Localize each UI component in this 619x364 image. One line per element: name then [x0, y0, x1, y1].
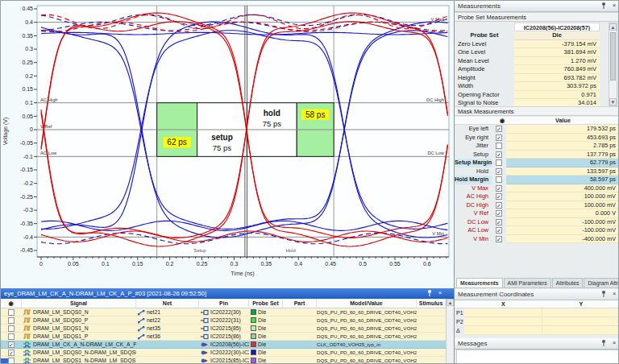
mask-measurement-checkbox[interactable]	[496, 159, 502, 166]
row-checkbox[interactable]	[8, 317, 15, 324]
scroll-down-icon[interactable]: ▼	[609, 98, 617, 105]
probe-color-swatch[interactable]	[251, 325, 256, 331]
signal-table-row[interactable]: DRAM_LM_CK_A_N-DRAM_LM_CK_A_PIC20208(56)…	[1, 341, 446, 349]
svg-text:0.4: 0.4	[25, 19, 33, 25]
row-checkbox[interactable]	[8, 333, 15, 340]
row-checkbox[interactable]	[8, 309, 15, 316]
signal-waveform-icon	[23, 341, 31, 348]
mask-value-column-header: Value	[506, 117, 619, 124]
close-icon[interactable]: ×	[436, 289, 444, 297]
signal-table-panel: eye_DRAM_LM_CK_A_N-DRAM_LM_CK_A_P_#03 [2…	[1, 288, 454, 364]
probe-set-name: Die	[258, 325, 266, 332]
probe-color-swatch[interactable]	[251, 309, 256, 315]
mask-measurement-checkbox[interactable]	[496, 134, 502, 141]
mask-measurement-checkbox[interactable]	[496, 168, 502, 175]
mask-measurement-checkbox[interactable]	[496, 143, 502, 149]
mask-measurement-value: 62.779 ps	[506, 159, 619, 168]
signal-table-titlebar[interactable]: eye_DRAM_LM_CK_A_N-DRAM_LM_CK_A_P_#03 [2…	[1, 288, 454, 299]
row-checkbox[interactable]	[8, 350, 15, 356]
pin-icon[interactable]	[426, 289, 434, 297]
signal-waveform-icon	[23, 317, 31, 324]
probe-color-swatch[interactable]	[251, 317, 256, 323]
row-checkbox[interactable]	[8, 358, 15, 364]
close-icon[interactable]: ×	[610, 290, 618, 298]
mask-measurement-row[interactable]: Eye left179.532 ps	[455, 125, 619, 134]
tab-diagram-attributes[interactable]: Diagram Attributes	[584, 278, 619, 287]
close-icon[interactable]: ×	[610, 2, 618, 10]
column-header-net[interactable]: Net	[136, 299, 199, 308]
column-header-signal[interactable]: Signal	[22, 299, 136, 308]
mask-measurement-row[interactable]: Hold Margin58.597 ps	[455, 176, 619, 184]
mask-measurement-row[interactable]: Jitter2.785 ps	[455, 142, 619, 151]
scrollbar-thumb[interactable]	[610, 32, 616, 81]
radio-column-icon[interactable]: ◉	[1, 299, 22, 308]
part-cell	[283, 316, 317, 324]
probe-color-swatch[interactable]	[251, 341, 256, 347]
signal-table-scrollbar[interactable]: ▲	[446, 299, 454, 364]
signal-table-row[interactable]: DRAM_LM_SDQS0_Nnet21IC20222(30)DieDQS_PU…	[1, 308, 446, 316]
mask-measurement-row[interactable]: V Min-400.000 mV	[455, 235, 619, 244]
pin-icon[interactable]	[600, 290, 608, 298]
mask-measurement-row[interactable]: V Max400.000 mV	[455, 184, 619, 193]
mask-measurement-row[interactable]: DC Low-100.000 mV	[455, 218, 619, 227]
mask-measurement-checkbox[interactable]	[496, 176, 502, 183]
coordinate-x-cell[interactable]	[464, 326, 542, 335]
coordinate-x-cell[interactable]	[464, 317, 542, 326]
scroll-up-icon[interactable]: ▲	[609, 23, 617, 31]
row-checkbox[interactable]	[8, 325, 15, 332]
pin-icon	[201, 341, 209, 348]
eye-diagram-plot[interactable]: 0.450.40.350.30.250.20.150.10.050-0.05-0…	[1, 1, 454, 288]
mask-measurement-row[interactable]: Eye right453.693 ps	[455, 134, 619, 143]
svg-text:0.45: 0.45	[325, 261, 336, 267]
column-header-part[interactable]: Part	[283, 299, 317, 308]
pin-icon[interactable]	[600, 2, 608, 10]
close-icon[interactable]: ×	[610, 339, 618, 347]
mask-measurement-row[interactable]: Setup137.779 ps	[455, 151, 619, 159]
probe-color-swatch[interactable]	[251, 358, 256, 363]
probe-table-scrollbar[interactable]: ▲ ▼	[609, 23, 617, 106]
tab-ami-parameters[interactable]: AMI Parameters	[504, 278, 551, 287]
coordinate-y-cell[interactable]	[542, 308, 619, 317]
pin-name: IC20222(31)	[210, 316, 241, 324]
mask-measurement-checkbox[interactable]	[496, 193, 502, 200]
signal-table-row[interactable]: DRAM_LM_SDQS1_Pnet36IC20215(86)DieDQS_PU…	[1, 333, 446, 341]
probe-set-name: Die	[258, 308, 266, 316]
mask-measurement-checkbox[interactable]	[496, 126, 502, 132]
signal-table-row[interactable]: DRAM_LM_SDQS0_N-DRAM_LM_SDQS0_PIC20222(3…	[1, 349, 446, 357]
signal-table-row[interactable]: DRAM_LM_SDQS1_Nnet35IC20215(85)DieDQS_PU…	[1, 325, 446, 333]
column-header-probe-set[interactable]: Probe Set	[249, 299, 283, 308]
pin-icon[interactable]	[600, 339, 608, 347]
stimulus-cell	[417, 325, 446, 332]
probe-color-swatch[interactable]	[251, 333, 256, 339]
coordinate-x-cell[interactable]	[464, 308, 542, 317]
column-header-stimulus[interactable]: Stimulus	[417, 299, 446, 308]
scroll-up-icon[interactable]: ▲	[447, 299, 454, 306]
row-checkbox[interactable]	[8, 341, 15, 348]
mask-measurement-row[interactable]: AC Low-100.000 mV	[455, 226, 619, 235]
mask-measurement-row[interactable]: V Ref0.000 V	[455, 209, 619, 218]
mask-measurement-checkbox[interactable]	[496, 236, 502, 242]
mask-measurement-label: V Ref	[455, 209, 492, 218]
coordinates-y-header: Y	[542, 300, 619, 308]
column-header-pin[interactable]: Pin	[199, 299, 249, 308]
mask-measurement-checkbox[interactable]	[496, 210, 502, 217]
mask-measurement-checkbox[interactable]	[496, 202, 502, 209]
messages-body[interactable]	[456, 350, 619, 364]
mask-measurement-row[interactable]: Setup Margin62.779 ps	[455, 159, 619, 168]
signal-table-row[interactable]: DRAM_LM_SDQS1_N-DRAM_LM_SDQS1_PIC20215(8…	[1, 357, 446, 364]
tab-attributes[interactable]: Attributes	[552, 278, 584, 287]
signal-table-row[interactable]: DRAM_LM_SDQS0_Pnet22IC20222(31)DieDQS_PU…	[1, 316, 446, 325]
mask-measurement-checkbox[interactable]	[496, 151, 502, 158]
mask-measurement-checkbox[interactable]	[496, 219, 502, 225]
mask-measurement-checkbox[interactable]	[496, 227, 502, 234]
svg-text:DC Low: DC Low	[427, 151, 444, 155]
mask-measurement-row[interactable]: AC High100.000 mV	[455, 192, 619, 201]
column-header-model-value[interactable]: Model/Value	[317, 299, 417, 308]
probe-color-swatch[interactable]	[251, 350, 256, 355]
tab-measurements[interactable]: Measurements	[456, 278, 503, 287]
mask-measurement-row[interactable]: Hold133.597 ps	[455, 168, 619, 176]
mask-measurement-checkbox[interactable]	[496, 185, 502, 192]
mask-measurement-row[interactable]: DC High100.000 mV	[455, 201, 619, 210]
coordinate-y-cell[interactable]	[542, 326, 619, 335]
coordinate-y-cell[interactable]	[542, 317, 619, 326]
